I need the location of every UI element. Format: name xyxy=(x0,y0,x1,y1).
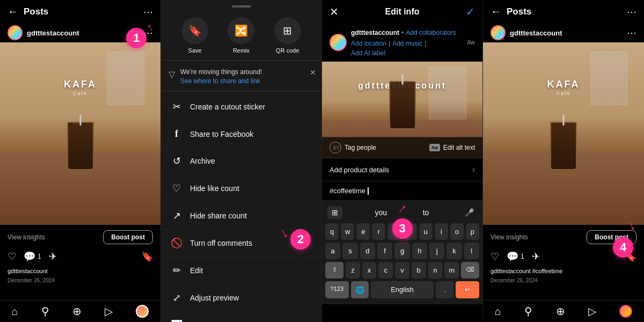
key-c[interactable]: c xyxy=(378,262,393,279)
alt-text-btn[interactable]: Aa Edit alt text xyxy=(429,144,475,151)
enter-key[interactable]: ↵ xyxy=(456,281,479,298)
kb-row-2: a s d f g h j k l xyxy=(325,243,479,259)
share-icon-4[interactable]: ✈ xyxy=(532,251,540,262)
word-to[interactable]: to xyxy=(420,207,433,218)
globe-key[interactable]: 🌐 xyxy=(351,281,369,298)
key-k[interactable]: k xyxy=(447,243,462,259)
backspace-key[interactable]: ⌫ xyxy=(461,262,479,279)
add-location-link[interactable]: Add location xyxy=(351,40,386,47)
remix-action[interactable]: 🔀 Remix xyxy=(228,17,254,54)
key-j[interactable]: j xyxy=(429,243,444,259)
view-insights-4[interactable]: View insights xyxy=(491,233,528,241)
glass-drink-3 xyxy=(389,81,416,129)
kafa-cafe-4: Café xyxy=(556,91,570,96)
key-w[interactable]: w xyxy=(341,223,354,240)
post-more-icon-4[interactable]: ⋯ xyxy=(627,27,636,39)
menu-item-insights[interactable]: 📊 View insights xyxy=(161,312,321,322)
key-f[interactable]: f xyxy=(377,243,392,259)
emoji-key[interactable]: ⊞ xyxy=(327,206,342,219)
key-h[interactable]: h xyxy=(412,243,427,259)
window-4 xyxy=(590,52,628,105)
check-icon-3[interactable]: ✓ xyxy=(466,5,475,18)
key-q[interactable]: q xyxy=(325,223,339,240)
menu-item-hide-like[interactable]: ♡ Hide like count xyxy=(161,175,321,202)
key-p[interactable]: p xyxy=(466,223,479,240)
period-key[interactable]: . xyxy=(436,281,453,298)
like-icon-1[interactable]: ♡ xyxy=(8,251,16,262)
create-icon-1[interactable]: ⊕ xyxy=(72,305,82,318)
bookmark-icon-1[interactable]: 🔖 xyxy=(141,251,153,262)
post-image-1: KAFA Café xyxy=(0,42,160,225)
add-ai-label-link[interactable]: Add AI label xyxy=(351,49,385,57)
menu-item-archive[interactable]: ↺ Archive xyxy=(161,148,321,175)
menu-top-actions: 🔖 Save 🔀 Remix ⊞ QR code xyxy=(161,11,321,61)
search-icon-1[interactable]: ⚲ xyxy=(41,305,49,318)
edit-timestamp: 4w xyxy=(467,39,475,46)
create-icon-4[interactable]: ⊕ xyxy=(556,305,565,318)
key-v[interactable]: v xyxy=(395,262,409,279)
key-e[interactable]: e xyxy=(356,223,370,240)
qr-action[interactable]: ⊞ QR code xyxy=(274,17,301,54)
menu-item-hide-share[interactable]: ↗ Hide share count xyxy=(161,202,321,230)
key-i[interactable]: i xyxy=(435,223,448,240)
key-u[interactable]: u xyxy=(419,223,433,240)
product-text: Add product details xyxy=(330,166,389,174)
menu-item-facebook[interactable]: f Share to Facebook xyxy=(161,121,321,148)
actions-row-1: ♡ 💬 1 ✈ 🔖 xyxy=(8,248,153,265)
key-s[interactable]: s xyxy=(342,243,357,259)
key-b[interactable]: b xyxy=(412,262,426,279)
menu-item-adjust[interactable]: ⤢ Adjust preview xyxy=(161,284,321,312)
profile-avatar-4[interactable] xyxy=(619,305,632,318)
post-date-4: December 26, 2024 xyxy=(491,277,636,283)
reels-icon-1[interactable]: ▷ xyxy=(105,305,113,318)
add-music-link[interactable]: Add music xyxy=(392,40,422,47)
key-o[interactable]: o xyxy=(450,223,464,240)
word-you[interactable]: you xyxy=(372,207,391,218)
key-d[interactable]: d xyxy=(360,243,375,259)
view-insights-1[interactable]: View insights xyxy=(8,233,45,241)
alert-text: We're moving things around! xyxy=(180,68,262,76)
tag-people-btn[interactable]: 🏷 Tag people xyxy=(330,142,376,153)
like-icon-4[interactable]: ♡ xyxy=(491,251,499,262)
reels-icon-4[interactable]: ▷ xyxy=(588,305,596,318)
mic-key[interactable]: 🎤 xyxy=(462,207,477,218)
more-icon-4[interactable]: ⋯ xyxy=(627,6,636,18)
more-icon-1[interactable]: ⋯ xyxy=(143,6,153,18)
key-n[interactable]: n xyxy=(428,262,443,279)
key-m[interactable]: m xyxy=(444,262,459,279)
search-icon-4[interactable]: ⚲ xyxy=(524,305,532,318)
key-a[interactable]: a xyxy=(325,243,340,259)
alert-link[interactable]: See where to share and link xyxy=(180,77,260,85)
add-collaborators-link[interactable]: Add collaborators xyxy=(406,29,456,36)
back-icon-1[interactable]: ← xyxy=(8,5,18,18)
home-icon-4[interactable]: ⌂ xyxy=(495,305,501,318)
back-icon-4[interactable]: ← xyxy=(491,5,501,18)
menu-list: ✂ Create a cutout sticker f Share to Fac… xyxy=(161,93,321,322)
num-key[interactable]: ?123 xyxy=(325,281,349,298)
alert-close-icon[interactable]: ✕ xyxy=(310,68,316,77)
key-z[interactable]: z xyxy=(346,262,360,279)
key-g[interactable]: g xyxy=(394,243,409,259)
edit-title: Edit info xyxy=(385,7,420,17)
menu-item-edit[interactable]: ✏ Edit xyxy=(161,257,321,284)
key-x[interactable]: x xyxy=(362,262,377,279)
space-key[interactable]: English xyxy=(371,281,434,298)
comment-icon-4[interactable]: 💬 xyxy=(507,251,518,262)
product-row[interactable]: Add product details › xyxy=(322,158,482,181)
home-icon-1[interactable]: ⌂ xyxy=(12,305,18,318)
post-caption-1: gdtttestaccount xyxy=(8,267,153,275)
shift-key[interactable]: ⇧ xyxy=(325,262,343,279)
key-r[interactable]: r xyxy=(372,223,385,240)
caption-input[interactable]: #coffeetime xyxy=(330,187,475,195)
window-1 xyxy=(107,52,144,105)
boost-button-1[interactable]: Boost post xyxy=(103,230,153,244)
menu-header xyxy=(161,0,321,11)
share-icon-1[interactable]: ✈ xyxy=(49,251,57,262)
step-marker-3: 3 xyxy=(392,218,413,239)
save-action[interactable]: 🔖 Save xyxy=(181,17,208,54)
comment-icon-1[interactable]: 💬 xyxy=(24,251,35,262)
key-l[interactable]: l xyxy=(464,243,479,259)
menu-item-cutout[interactable]: ✂ Create a cutout sticker xyxy=(161,93,321,121)
close-icon-3[interactable]: ✕ xyxy=(330,5,339,18)
profile-avatar-1[interactable] xyxy=(136,305,149,318)
